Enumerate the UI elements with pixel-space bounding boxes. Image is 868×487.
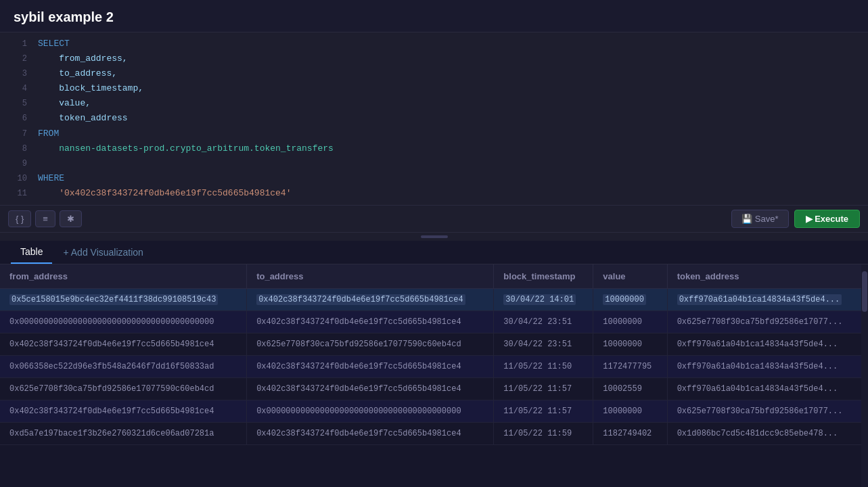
table-row: 0x066358ec522d96e3fb548a2646f7dd16f50833… — [0, 356, 868, 378]
table-row: 0x402c38f343724f0db4e6e19f7cc5d665b4981c… — [0, 400, 868, 423]
code-line-2: 2 from_address, — [0, 51, 868, 66]
cell-token_address: 0xff970a61a04b1ca14834a43f5de4... — [667, 289, 867, 311]
save-icon: 💾 — [741, 214, 752, 224]
cell-from_address: 0x5ce158015e9bc4ec32ef4411f38dc99108519c… — [0, 289, 247, 311]
line-num-11: 11 — [7, 187, 27, 200]
line-num-4: 4 — [7, 82, 27, 95]
cell-value: 10000000 — [593, 400, 667, 423]
col-header-value: value — [593, 264, 667, 289]
cell-block_timestamp: 30/04/22 23:51 — [494, 333, 593, 356]
table-row: 0x00000000000000000000000000000000000000… — [0, 311, 868, 333]
vertical-scrollbar-thumb[interactable] — [862, 271, 867, 312]
code-line-9: 9 — [0, 156, 868, 171]
code-value: value, — [38, 96, 91, 111]
add-viz-label: + Add Visualization — [63, 247, 143, 258]
drag-dots — [421, 235, 448, 238]
cell-block_timestamp: 11/05/22 11:59 — [494, 423, 593, 445]
code-from-address: from_address, — [38, 51, 128, 66]
line-num-7: 7 — [7, 127, 27, 141]
code-select: SELECT — [38, 37, 70, 51]
cell-to_address: 0x00000000000000000000000000000000000000… — [247, 400, 494, 423]
cell-block_timestamp: 30/04/22 14:01 — [494, 289, 593, 311]
code-table-name: nansen-datasets-prod.crypto_arbitrum.tok… — [38, 141, 334, 156]
table-header-row: from_address to_address block_timestamp … — [0, 264, 868, 289]
cell-token_address: 0x625e7708f30ca75bfd92586e17077... — [667, 400, 867, 423]
code-where: WHERE — [38, 171, 64, 186]
code-from: FROM — [38, 126, 59, 141]
code-line-4: 4 block_timestamp, — [0, 81, 868, 96]
code-line-8: 8 nansen-datasets-prod.crypto_arbitrum.t… — [0, 141, 868, 156]
toolbar-right: 💾 Save* Execute — [731, 210, 860, 228]
add-visualization-button[interactable]: + Add Visualization — [55, 241, 151, 263]
cell-value: 10000000 — [593, 289, 667, 311]
drag-handle[interactable] — [0, 233, 868, 241]
code-line-10: 10 WHERE — [0, 171, 868, 186]
cell-from_address: 0xd5a7e197bace1f3b26e2760321d6ce06ad0728… — [0, 423, 247, 445]
code-block-timestamp: block_timestamp, — [38, 81, 143, 96]
save-label: Save* — [755, 214, 779, 224]
format-table-button[interactable]: ≡ — [35, 210, 55, 227]
vertical-scrollbar[interactable] — [861, 264, 868, 487]
table-row: 0xd5a7e197bace1f3b26e2760321d6ce06ad0728… — [0, 423, 868, 445]
table-row: 0x402c38f343724f0db4e6e19f7cc5d665b4981c… — [0, 333, 868, 356]
line-num-5: 5 — [7, 97, 27, 110]
cell-to_address: 0x402c38f343724f0db4e6e19f7cc5d665b4981c… — [247, 423, 494, 445]
line-num-3: 3 — [7, 67, 27, 80]
code-line-5: 5 value, — [0, 96, 868, 111]
cell-value: 10002559 — [593, 378, 667, 400]
save-button[interactable]: 💾 Save* — [731, 210, 788, 228]
execute-button[interactable]: Execute — [794, 210, 861, 228]
code-line-1: 1 SELECT — [0, 37, 868, 51]
settings-button[interactable]: ✱ — [60, 210, 82, 227]
cell-to_address: 0x402c38f343724f0db4e6e19f7cc5d665b4981c… — [247, 378, 494, 400]
code-token-address: token_address — [38, 111, 128, 126]
tab-table[interactable]: Table — [11, 241, 52, 264]
cell-value: 1182749402 — [593, 423, 667, 445]
cell-to_address: 0x402c38f343724f0db4e6e19f7cc5d665b4981c… — [247, 356, 494, 378]
code-line-7: 7 FROM — [0, 126, 868, 141]
cell-token_address: 0xff970a61a04b1ca14834a43f5de4... — [667, 378, 867, 400]
header: sybil example 2 — [0, 0, 868, 32]
col-header-block-timestamp: block_timestamp — [494, 264, 593, 289]
cell-from_address: 0x00000000000000000000000000000000000000… — [0, 311, 247, 333]
cell-from_address: 0x066358ec522d96e3fb548a2646f7dd16f50833… — [0, 356, 247, 378]
code-where-value: '0x402c38f343724f0db4e6e19f7cc5d665b4981… — [38, 186, 291, 201]
table-container[interactable]: from_address to_address block_timestamp … — [0, 264, 868, 487]
col-header-token-address: token_address — [667, 264, 867, 289]
tabs-bar: Table + Add Visualization — [0, 241, 868, 264]
format-json-button[interactable]: { } — [8, 210, 31, 227]
cell-value: 10000000 — [593, 333, 667, 356]
line-num-8: 8 — [7, 142, 27, 156]
cell-to_address: 0x402c38f343724f0db4e6e19f7cc5d665b4981c… — [247, 311, 494, 333]
code-line-11: 11 '0x402c38f343724f0db4e6e19f7cc5d665b4… — [0, 186, 868, 201]
cell-from_address: 0x625e7708f30ca75bfd92586e17077590c60eb4… — [0, 378, 247, 400]
cell-to_address: 0x625e7708f30ca75bfd92586e17077590c60eb4… — [247, 333, 494, 356]
cell-token_address: 0x1d086bc7cd5c481dcc9c85ebe478... — [667, 423, 867, 445]
code-to-address: to_address, — [38, 66, 117, 81]
cell-block_timestamp: 11/05/22 11:50 — [494, 356, 593, 378]
table-row: 0x5ce158015e9bc4ec32ef4411f38dc99108519c… — [0, 289, 868, 311]
toolbar: { } ≡ ✱ 💾 Save* Execute — [0, 205, 868, 233]
cell-token_address: 0xff970a61a04b1ca14834a43f5de4... — [667, 356, 867, 378]
results-table: from_address to_address block_timestamp … — [0, 264, 868, 445]
cell-block_timestamp: 11/05/22 11:57 — [494, 378, 593, 400]
toolbar-left: { } ≡ ✱ — [8, 210, 82, 227]
line-num-10: 10 — [7, 172, 27, 185]
table-row: 0x625e7708f30ca75bfd92586e17077590c60eb4… — [0, 378, 868, 400]
cell-from_address: 0x402c38f343724f0db4e6e19f7cc5d665b4981c… — [0, 333, 247, 356]
cell-token_address: 0xff970a61a04b1ca14834a43f5de4... — [667, 333, 867, 356]
line-num-9: 9 — [7, 157, 27, 170]
cell-to_address: 0x402c38f343724f0db4e6e19f7cc5d665b4981c… — [247, 289, 494, 311]
cell-block_timestamp: 30/04/22 23:51 — [494, 311, 593, 333]
code-blank — [38, 156, 43, 171]
code-line-6: 6 token_address — [0, 111, 868, 126]
col-header-from-address: from_address — [0, 264, 247, 289]
line-num-2: 2 — [7, 52, 27, 66]
line-num-1: 1 — [7, 37, 27, 51]
code-line-3: 3 to_address, — [0, 66, 868, 81]
code-block: 1 SELECT 2 from_address, 3 to_address, 4… — [0, 32, 868, 205]
col-header-to-address: to_address — [247, 264, 494, 289]
cell-value: 1172477795 — [593, 356, 667, 378]
line-num-6: 6 — [7, 112, 27, 125]
cell-value: 10000000 — [593, 311, 667, 333]
